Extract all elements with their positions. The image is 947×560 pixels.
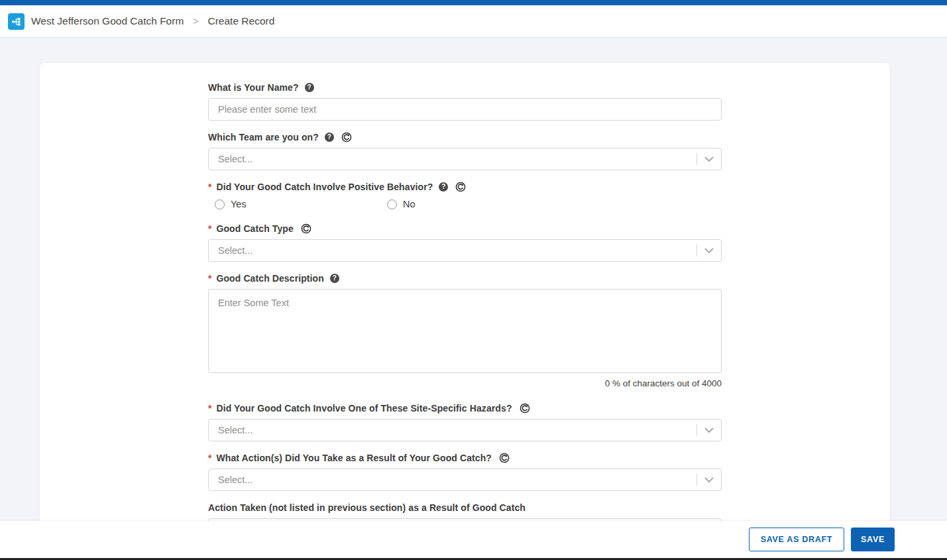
form-fields: What is Your Name??Please enter some tex… [208,82,722,551]
breadcrumb-header: West Jefferson Good Catch Form > Create … [0,5,947,38]
form-field-what-is-your-name: What is Your Name??Please enter some tex… [208,82,722,121]
app-window: West Jefferson Good Catch Form > Create … [0,0,947,560]
help-icon[interactable]: ? [305,83,314,92]
chevron-down-icon[interactable] [704,477,714,483]
help-icon[interactable]: ? [439,182,448,192]
breadcrumb-app-title[interactable]: West Jefferson Good Catch Form [31,15,184,27]
radio-button[interactable] [215,199,225,209]
field-label: What is Your Name? [208,82,299,93]
chevron-down-icon[interactable] [704,248,714,254]
reset-icon[interactable] [499,453,510,463]
radio-option-label: Yes [231,199,247,209]
reset-icon[interactable] [341,132,352,142]
reset-icon[interactable] [520,403,530,414]
form-field-positive-behavior: *Did Your Good Catch Involve Positive Be… [208,181,722,211]
field-label-row: *Good Catch Type [208,223,722,235]
select-divider [696,424,697,436]
radio-option-no[interactable]: No [387,199,559,209]
field-label: Did Your Good Catch Involve Positive Beh… [216,182,433,192]
form-field-which-team: Which Team are you on??Select... [208,131,722,170]
field-label-row: *Did Your Good Catch Involve One of Thes… [208,402,722,414]
help-icon[interactable]: ? [325,133,334,142]
field-label-row: *Good Catch Description? [208,272,722,284]
field-label: Did Your Good Catch Involve One of These… [216,403,512,414]
required-asterisk: * [208,223,211,234]
select-placeholder: Select... [218,154,252,164]
character-counter: 0 % of characters out of 4000 [208,378,722,388]
actions-taken-select[interactable]: Select... [208,469,722,491]
reset-icon[interactable] [455,182,466,192]
select-placeholder: Select... [218,425,252,435]
field-label-row: *What Action(s) Did You Take as a Result… [208,452,722,464]
form-field-good-catch-description: *Good Catch Description?Enter Some Text0… [208,272,722,388]
form-hierarchy-icon[interactable] [8,13,25,30]
reset-icon[interactable] [301,223,311,234]
select-divider [696,153,697,165]
required-asterisk: * [208,182,211,192]
breadcrumb-page-title: Create Record [208,15,275,27]
field-label-row: *Did Your Good Catch Involve Positive Be… [208,181,722,193]
field-label-row: Which Team are you on?? [208,131,722,143]
form-field-actions-taken: *What Action(s) Did You Take as a Result… [208,452,722,491]
chevron-down-icon[interactable] [704,156,714,162]
footer-action-bar: SAVE AS DRAFT SAVE [0,521,947,558]
required-asterisk: * [208,453,211,463]
field-label: Which Team are you on? [208,132,319,142]
select-placeholder: Select... [218,245,252,256]
field-label-row: Action Taken (not listed in previous sec… [208,502,722,514]
top-accent-bar [0,0,947,5]
select-divider [696,245,697,256]
chevron-down-icon[interactable] [704,427,714,433]
field-label: Good Catch Type [216,223,293,234]
select-placeholder: Select... [218,475,252,485]
help-icon[interactable]: ? [330,274,339,283]
radio-option-label: No [403,199,416,209]
field-label: Good Catch Description [216,273,323,284]
form-field-site-specific-hazards: *Did Your Good Catch Involve One of Thes… [208,402,722,441]
form-field-good-catch-type: *Good Catch TypeSelect... [208,223,722,262]
good-catch-description-textarea[interactable]: Enter Some Text [208,289,722,373]
which-team-select[interactable]: Select... [208,148,722,170]
field-label: What Action(s) Did You Take as a Result … [216,453,492,463]
what-is-your-name-input[interactable]: Please enter some text [208,98,722,121]
radio-group: YesNo [208,197,722,211]
field-label: Action Taken (not listed in previous sec… [208,502,526,513]
textarea-placeholder: Enter Some Text [218,298,289,308]
good-catch-type-select[interactable]: Select... [208,239,722,262]
breadcrumb-separator-icon: > [193,16,198,27]
required-asterisk: * [208,273,211,284]
site-specific-hazards-select[interactable]: Select... [208,419,722,441]
input-placeholder: Please enter some text [218,104,316,115]
save-as-draft-button[interactable]: SAVE AS DRAFT [749,528,844,551]
select-divider [696,474,697,486]
radio-button[interactable] [387,199,397,209]
required-asterisk: * [208,403,211,414]
radio-option-yes[interactable]: Yes [215,199,387,209]
save-button[interactable]: SAVE [851,528,895,551]
field-label-row: What is Your Name?? [208,82,722,93]
form-card: What is Your Name??Please enter some tex… [40,63,890,560]
